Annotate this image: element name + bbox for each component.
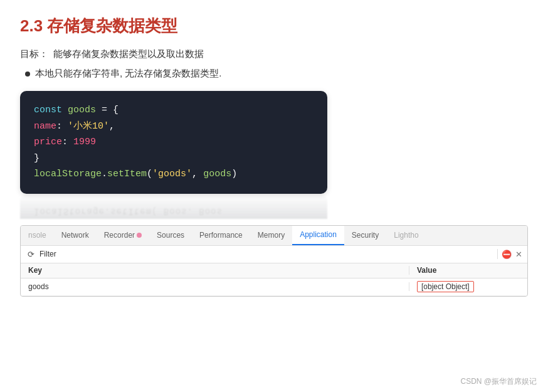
table-row: goods [object Object] <box>21 278 527 296</box>
filter-input[interactable] <box>40 250 493 258</box>
table-header: Key Value <box>21 263 527 278</box>
col-header-value: Value <box>409 266 527 275</box>
tab-performance-label: Performance <box>199 231 243 240</box>
reflection-text: localStorage.setItem( Boos. Boos <box>20 204 327 219</box>
recorder-icon <box>137 233 142 238</box>
col-header-key: Key <box>21 266 409 275</box>
tab-network[interactable]: Network <box>54 226 97 246</box>
row-key-goods: goods <box>21 282 409 291</box>
devtools-tabs: nsole Network Recorder Sources Performan… <box>21 226 527 246</box>
tab-security-label: Security <box>352 231 379 240</box>
close-icon[interactable]: ✕ <box>515 250 522 259</box>
tab-performance[interactable]: Performance <box>192 226 250 246</box>
devtools-table: Key Value goods [object Object] <box>21 263 527 296</box>
watermark: CSDN @振华首席娱记 <box>460 376 537 387</box>
tab-lighthouse-label: Lightho <box>394 231 418 240</box>
devtools-toolbar: ⟳ ⛔ ✕ <box>21 246 527 263</box>
objective-text: 能够存储复杂数据类型以及取出数据 <box>53 48 204 60</box>
tab-network-label: Network <box>61 231 89 240</box>
code-block-wrapper: const goods = { name: '小米10', price: 199… <box>20 91 528 219</box>
tab-console-label: nsole <box>28 231 46 240</box>
value-badge: [object Object] <box>417 281 474 292</box>
tab-recorder[interactable]: Recorder <box>97 226 149 246</box>
bullet-point: 本地只能存储字符串, 无法存储复杂数据类型. <box>20 68 528 80</box>
page-title: 2.3 存储复杂数据类型 <box>20 15 528 37</box>
row-value-goods: [object Object] <box>409 282 527 291</box>
bullet-dot-icon <box>25 72 30 77</box>
tab-memory-label: Memory <box>258 231 285 240</box>
toolbar-divider <box>497 249 498 259</box>
objective-label: 目标： <box>20 48 48 60</box>
code-reflection: localStorage.setItem( Boos. Boos <box>20 194 327 219</box>
tab-sources-label: Sources <box>157 231 184 240</box>
objective-line: 目标： 能够存储复杂数据类型以及取出数据 <box>20 48 528 60</box>
tab-security[interactable]: Security <box>344 226 386 246</box>
tab-sources[interactable]: Sources <box>149 226 192 246</box>
block-icon[interactable]: ⛔ <box>502 250 512 259</box>
tab-lighthouse[interactable]: Lightho <box>386 226 426 246</box>
tab-console[interactable]: nsole <box>21 226 54 246</box>
bullet-text: 本地只能存储字符串, 无法存储复杂数据类型. <box>35 68 222 80</box>
tab-application[interactable]: Application <box>292 226 344 246</box>
code-block: const goods = { name: '小米10', price: 199… <box>20 91 327 194</box>
refresh-button[interactable]: ⟳ <box>26 249 36 259</box>
tab-recorder-label: Recorder <box>104 231 135 240</box>
devtools-panel: nsole Network Recorder Sources Performan… <box>20 225 528 297</box>
tab-application-label: Application <box>300 230 337 239</box>
tab-memory[interactable]: Memory <box>250 226 292 246</box>
